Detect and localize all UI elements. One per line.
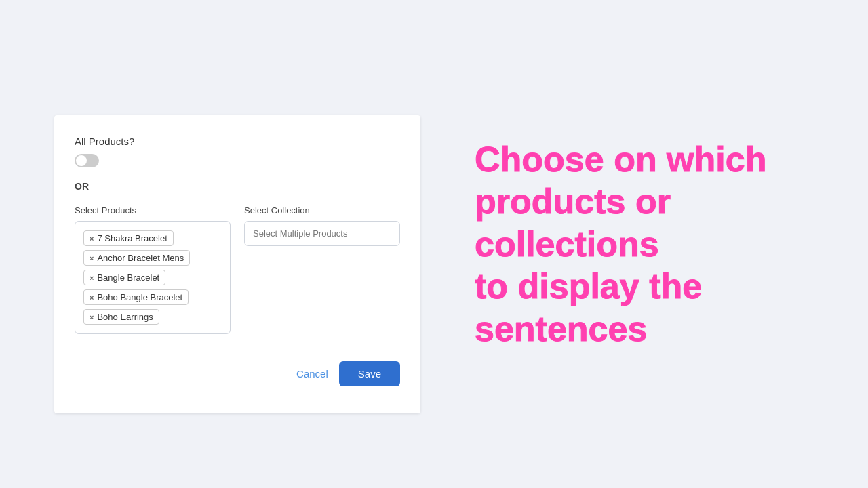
all-products-toggle[interactable]: [75, 154, 99, 167]
action-row: Cancel Save: [75, 354, 400, 386]
tag-7-shakra-label: 7 Shakra Bracelet: [97, 233, 167, 243]
tag-7-shakra-remove[interactable]: ×: [90, 235, 94, 243]
select-products-label: Select Products: [75, 205, 231, 216]
tag-7-shakra[interactable]: × 7 Shakra Bracelet: [83, 230, 174, 246]
tag-bangle[interactable]: × Bangle Bracelet: [83, 270, 165, 285]
select-products-section: Select Products × 7 Shakra Bracelet × An…: [75, 205, 231, 334]
cancel-button[interactable]: Cancel: [296, 368, 328, 380]
tag-anchor-remove[interactable]: ×: [90, 254, 94, 262]
tag-anchor[interactable]: × Anchor Bracelet Mens: [83, 250, 190, 266]
tag-boho-earrings[interactable]: × Boho Earrings: [83, 309, 159, 325]
select-collection-section: Select Collection: [244, 205, 400, 334]
products-box: × 7 Shakra Bracelet × Anchor Bracelet Me…: [75, 221, 231, 334]
select-row: Select Products × 7 Shakra Bracelet × An…: [75, 205, 400, 334]
main-panel: All Products? OR Select Products × 7 Sha…: [54, 115, 420, 413]
tag-bangle-remove[interactable]: ×: [90, 274, 94, 282]
collection-input[interactable]: [244, 221, 400, 246]
tag-boho-bangle-remove[interactable]: ×: [90, 293, 94, 302]
tag-bangle-label: Bangle Bracelet: [97, 272, 159, 283]
tag-anchor-label: Anchor Bracelet Mens: [97, 253, 184, 263]
tag-boho-bangle-label: Boho Bangle Bracelet: [97, 292, 182, 302]
all-products-label: All Products?: [75, 136, 400, 147]
right-description: Choose on which products or collections …: [475, 138, 800, 350]
or-divider: OR: [75, 181, 400, 192]
select-collection-label: Select Collection: [244, 205, 400, 216]
tag-boho-earrings-label: Boho Earrings: [97, 312, 153, 322]
tag-boho-bangle[interactable]: × Boho Bangle Bracelet: [83, 289, 189, 305]
save-button[interactable]: Save: [339, 361, 400, 386]
tag-boho-earrings-remove[interactable]: ×: [90, 313, 94, 321]
